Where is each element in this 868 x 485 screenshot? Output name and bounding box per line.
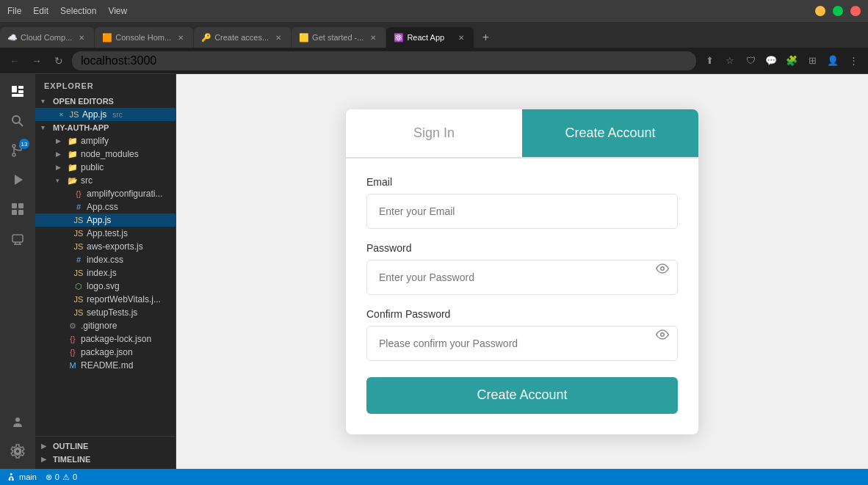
branch-name: main: [19, 473, 37, 481]
svg-rect-1: [18, 86, 23, 89]
error-count: 0: [55, 473, 59, 481]
file-package-json-label: package.json: [81, 347, 133, 357]
status-errors[interactable]: ⊗ 0 ⚠ 0: [46, 473, 77, 482]
url-bar[interactable]: localhost:3000: [72, 51, 696, 70]
json-lock-icon: {}: [68, 335, 78, 343]
folder-public[interactable]: ▶ 📁 public: [35, 161, 176, 174]
file-setup-tests[interactable]: JS setupTests.js: [35, 306, 176, 319]
folder-node-chevron: ▶: [56, 150, 65, 158]
file-gitignore[interactable]: ⚙ .gitignore: [35, 319, 176, 332]
warning-count: 0: [73, 473, 77, 481]
explorer-panel: EXPLORER ▾ OPEN EDITORS ✕ JS App.js src …: [35, 74, 176, 469]
menu-selection[interactable]: Selection: [60, 6, 96, 16]
reload-button[interactable]: ↻: [50, 52, 68, 70]
activity-source-control[interactable]: 13: [4, 137, 31, 164]
folder-src-label: src: [81, 175, 93, 186]
tab-sign-in[interactable]: Sign In: [346, 109, 522, 157]
menu-edit[interactable]: Edit: [33, 6, 48, 16]
close-button[interactable]: [850, 6, 861, 16]
open-file-appjs[interactable]: ✕ JS App.js src: [35, 108, 176, 121]
activity-search[interactable]: [4, 108, 31, 134]
menu-file[interactable]: File: [7, 6, 21, 16]
tab-close-5[interactable]: ✕: [456, 32, 466, 43]
tab-favicon-3: 🔑: [201, 33, 210, 42]
forward-button[interactable]: →: [28, 52, 46, 70]
browser-tab-2[interactable]: 🟧 Console Hom... ✕: [95, 27, 194, 48]
password-input[interactable]: [366, 260, 678, 295]
tab-close-4[interactable]: ✕: [368, 32, 378, 43]
profile-icon[interactable]: 👤: [824, 52, 842, 70]
new-tab-button[interactable]: +: [474, 27, 496, 48]
minimize-button[interactable]: [815, 6, 825, 16]
svg-rect-0: [12, 86, 17, 92]
title-bar: File Edit Selection View: [0, 0, 868, 22]
file-app-js[interactable]: JS App.js: [35, 214, 176, 227]
share-icon[interactable]: ⬆: [701, 52, 718, 70]
file-amplify-config[interactable]: {} amplifyconfigurati...: [35, 187, 176, 200]
bookmark-icon[interactable]: ☆: [721, 52, 739, 70]
file-index-js[interactable]: JS index.js: [35, 266, 176, 280]
folder-amplify[interactable]: ▶ 📁 amplify: [35, 134, 176, 147]
file-logo-svg[interactable]: ⬡ logo.svg: [35, 280, 176, 293]
timeline-section[interactable]: ▶ TIMELINE: [35, 453, 176, 466]
activity-extensions[interactable]: [4, 196, 31, 222]
activity-accounts[interactable]: [4, 409, 31, 435]
activity-explorer[interactable]: [4, 79, 31, 105]
confirm-password-toggle-button[interactable]: [656, 328, 669, 341]
menu-icon[interactable]: ⋮: [845, 52, 862, 70]
file-package-lock[interactable]: {} package-lock.json: [35, 332, 176, 346]
js-test-icon: JS: [73, 229, 84, 238]
url-text: localhost:3000: [81, 54, 156, 68]
activity-run[interactable]: [4, 167, 31, 193]
file-package-json[interactable]: {} package.json: [35, 346, 176, 359]
folder-node-modules[interactable]: ▶ 📁 node_modules: [35, 147, 176, 161]
back-button[interactable]: ←: [6, 52, 23, 70]
layout-icon[interactable]: ⊞: [803, 52, 821, 70]
file-index-css[interactable]: # index.css: [35, 253, 176, 266]
warning-icon: ⚠: [62, 473, 70, 482]
svg-rect-3: [12, 94, 23, 97]
file-app-test[interactable]: JS App.test.js: [35, 227, 176, 240]
chat-icon[interactable]: 💬: [762, 52, 780, 70]
close-icon: ✕: [56, 112, 66, 118]
puzzle-icon[interactable]: 🧩: [783, 52, 800, 70]
folder-src[interactable]: ▾ 📂 src: [35, 174, 176, 187]
css-index-icon: #: [73, 255, 84, 264]
password-toggle-button[interactable]: [656, 262, 669, 275]
menu-view[interactable]: View: [108, 6, 127, 16]
open-editors-chevron: ▾: [41, 98, 50, 105]
main-layout: 13 EXPLORER ▾ OPEN EDITORS ✕ JS App.js: [0, 74, 868, 469]
svg-rect-13: [18, 203, 23, 208]
timeline-label: TIMELINE: [53, 455, 90, 464]
activity-settings[interactable]: [4, 438, 31, 464]
browser-tab-3[interactable]: 🔑 Create acces... ✕: [194, 27, 292, 48]
status-branch[interactable]: main: [7, 473, 37, 481]
browser-tab-1[interactable]: ☁️ Cloud Comp... ✕: [0, 27, 95, 48]
outline-section[interactable]: ▶ OUTLINE: [35, 440, 176, 453]
browser-tab-5[interactable]: ⚛️ React App ✕: [386, 27, 474, 48]
tab-create-account[interactable]: Create Account: [522, 109, 698, 157]
folder-public-icon: 📁: [68, 163, 78, 172]
browser-tab-4[interactable]: 🟨 Get started -... ✕: [292, 27, 386, 48]
tab-close-1[interactable]: ✕: [76, 32, 87, 43]
project-chevron: ▾: [41, 124, 50, 131]
file-aws-exports[interactable]: JS aws-exports.js: [35, 240, 176, 253]
js-vitals-icon: JS: [73, 295, 84, 304]
email-label: Email: [366, 176, 678, 188]
menu-bar: File Edit Selection View: [7, 6, 127, 16]
email-input[interactable]: [366, 194, 678, 229]
title-bar-left: File Edit Selection View: [7, 6, 127, 16]
tab-close-3[interactable]: ✕: [273, 32, 283, 43]
confirm-password-input[interactable]: [366, 326, 678, 361]
tab-close-2[interactable]: ✕: [176, 32, 186, 43]
extension-shield-icon[interactable]: 🛡: [742, 52, 759, 70]
project-section[interactable]: ▾ MY-AUTH-APP: [35, 121, 176, 134]
open-editors-section[interactable]: ▾ OPEN EDITORS: [35, 95, 176, 108]
auth-tabs: Sign In Create Account: [346, 109, 698, 158]
maximize-button[interactable]: [833, 6, 843, 16]
file-report-web-vitals[interactable]: JS reportWebVitals.j...: [35, 293, 176, 306]
file-readme[interactable]: M README.md: [35, 359, 176, 372]
create-account-button[interactable]: Create Account: [366, 377, 678, 414]
file-app-css[interactable]: # App.css: [35, 200, 176, 214]
activity-remote[interactable]: [4, 225, 31, 252]
